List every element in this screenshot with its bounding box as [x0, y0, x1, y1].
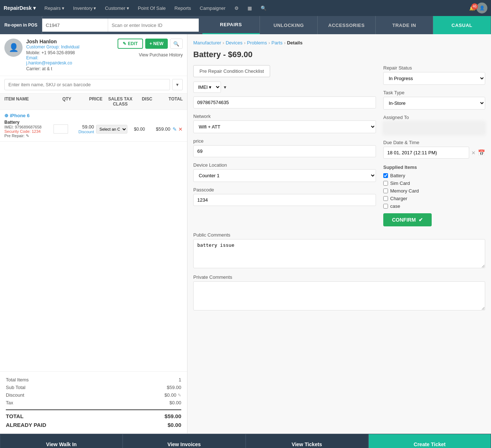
edit-customer-button[interactable]: ✎ EDIT [118, 39, 143, 49]
scan-invoice-input[interactable] [108, 19, 199, 32]
invoice-id-input[interactable] [42, 19, 108, 32]
left-panel: 👤 Josh Hanlon Customer Group: Individual… [0, 34, 187, 433]
customer-group-value: Individual [61, 44, 79, 49]
nav-settings-icon[interactable]: ⚙ [231, 4, 242, 12]
tab-repairs[interactable]: REPAIRS [202, 16, 260, 34]
private-comments-group: Private Comments [193, 274, 485, 312]
form-left: Pre Repair Condition Checklist IMEI ▾ ▾ … [193, 65, 376, 226]
supplied-battery-label: Battery [390, 173, 405, 178]
due-date-label: Due Date & Time [383, 140, 485, 145]
item-qty-col: 1 [53, 124, 69, 134]
device-location-select[interactable]: Counter 1 [193, 169, 376, 182]
col-header-qty: QTY [58, 96, 76, 107]
item-total-val: $59.00 [147, 126, 170, 132]
confirm-button[interactable]: CONFIRM ✔ [383, 213, 432, 226]
notification-badge: 46 [471, 3, 478, 10]
already-paid-val: $0.00 [167, 422, 181, 428]
item-group-device[interactable]: ⊕ iPhone 6 [4, 113, 183, 118]
discount-edit-icon[interactable]: ✎ [178, 393, 181, 398]
price-input[interactable] [193, 145, 376, 157]
reopen-in-pos-button[interactable]: Re-open in POS [0, 16, 42, 34]
breadcrumb-problems[interactable]: Problems [247, 40, 267, 45]
breadcrumb-devices[interactable]: Devices [226, 40, 242, 45]
nav-inventory[interactable]: Inventory ▾ [70, 4, 100, 12]
col-header-item-name: ITEM NAME [4, 96, 58, 107]
brand-logo[interactable]: RepairDesk ▾ [4, 5, 36, 11]
task-type-select[interactable]: In-Store [383, 97, 485, 110]
supplied-memory-card-checkbox[interactable] [383, 189, 388, 193]
col-header-disc: DISC [138, 96, 156, 107]
search-customer-button[interactable]: 🔍 [170, 39, 183, 49]
tab-trade-in[interactable]: TRADE IN [376, 16, 433, 34]
repair-status-group: Repair Status In Progress [383, 65, 485, 85]
nav-repairs[interactable]: Repairs ▾ [41, 4, 68, 12]
imei-type-select[interactable]: IMEI ▾ [193, 82, 221, 93]
public-comments-label: Public Comments [193, 232, 485, 238]
view-invoices-button[interactable]: View Invoices [123, 434, 245, 448]
private-comments-textarea[interactable] [193, 281, 485, 310]
item-imei-label: IMEI: 979689687658 [4, 125, 51, 129]
table-row: Battery IMEI: 979689687658 Security Code… [4, 120, 183, 138]
supplied-sim-card-checkbox[interactable] [383, 181, 388, 186]
supplied-case-checkbox[interactable] [383, 204, 388, 209]
new-customer-button[interactable]: + NEW [145, 39, 168, 49]
tab-accessories[interactable]: ACCESSORIES [318, 16, 376, 34]
tax-class-select[interactable]: Select an Opti... [96, 125, 127, 134]
view-tickets-button[interactable]: View Tickets [246, 434, 368, 448]
passcode-group: Passcode [193, 187, 376, 206]
supplied-battery-checkbox[interactable] [383, 173, 388, 178]
user-avatar[interactable]: 👤 [476, 3, 487, 13]
breadcrumb-parts[interactable]: Parts [272, 40, 282, 45]
due-date-calendar-icon[interactable]: 📅 [478, 149, 485, 156]
customer-info: Josh Hanlon Customer Group: Individual M… [26, 39, 114, 71]
table-header: ITEM NAME QTY PRICE SALES TAX CLASS DISC… [0, 94, 187, 110]
public-comments-textarea[interactable]: battery issue [193, 239, 485, 268]
view-walk-in-button[interactable]: View Walk In [0, 434, 123, 448]
due-date-input[interactable] [383, 147, 469, 159]
nav-campaigner[interactable]: Campaigner [196, 4, 229, 12]
action-grid: View Walk In View Invoices View Tickets … [0, 434, 491, 448]
passcode-label: Passcode [193, 187, 376, 193]
bottom-action-bar: View Walk In View Invoices View Tickets … [0, 433, 491, 448]
already-paid-label: ALREADY PAID [6, 422, 46, 428]
breadcrumb-manufacturer[interactable]: Manufacturer [193, 40, 221, 45]
device-location-group: Device Location Counter 1 [193, 162, 376, 182]
edit-icon: ✎ [123, 41, 126, 46]
nav-reports[interactable]: Reports [171, 4, 195, 12]
tab-casual[interactable]: CASUAL [433, 16, 491, 34]
discount-link[interactable]: Discount [71, 130, 94, 134]
supplied-memory-card: Memory Card [383, 188, 485, 194]
item-search-dropdown[interactable]: ▾ [172, 79, 183, 90]
customer-email[interactable]: j.hanlon@repairdesk.co [26, 60, 114, 66]
notifications-bell[interactable]: 🔔 46 [469, 5, 475, 11]
subtotal-label: Sub Total [6, 385, 25, 390]
tax-row: Tax $0.00 [6, 399, 181, 407]
tab-unlocking[interactable]: UNLOCKING [260, 16, 318, 34]
nav-search-icon[interactable]: 🔍 [257, 4, 270, 12]
nav-barcode-icon[interactable]: ▦ [244, 4, 256, 12]
nav-pos[interactable]: Point Of Sale [134, 4, 170, 12]
view-purchase-history-link[interactable]: View Purchase History [139, 52, 183, 58]
total-items-row: Total Items 1 [6, 376, 181, 384]
network-select[interactable]: Wifi + ATT [193, 120, 376, 133]
item-qty-input[interactable]: 1 [54, 124, 68, 134]
assigned-to-input[interactable] [383, 122, 485, 135]
due-date-clear-icon[interactable]: ✕ [471, 150, 476, 156]
passcode-input[interactable] [193, 194, 376, 206]
customer-mobile: Mobile: +1 954-326-8998 [26, 50, 114, 55]
item-edit-icon[interactable]: ✎ [173, 126, 177, 132]
item-delete-icon[interactable]: ✕ [178, 126, 183, 132]
task-type-label: Task Type [383, 90, 485, 95]
customer-carrier: Carrier: at & t [26, 66, 114, 71]
pre-repair-checklist-button[interactable]: Pre Repair Condition Checklist [193, 65, 270, 77]
nav-customer[interactable]: Customer ▾ [101, 4, 132, 12]
supplied-charger-label: Charger [390, 196, 407, 201]
pre-repair-edit-icon[interactable]: ✎ [26, 134, 29, 138]
imei-value-input[interactable] [193, 96, 376, 108]
supplied-charger-checkbox[interactable] [383, 196, 388, 201]
create-ticket-button[interactable]: Create Ticket [368, 434, 491, 448]
item-search-input[interactable] [4, 79, 170, 90]
device-location-label: Device Location [193, 162, 376, 168]
repair-status-select[interactable]: In Progress [383, 72, 485, 85]
grand-total-row: TOTAL $59.00 [6, 413, 181, 420]
